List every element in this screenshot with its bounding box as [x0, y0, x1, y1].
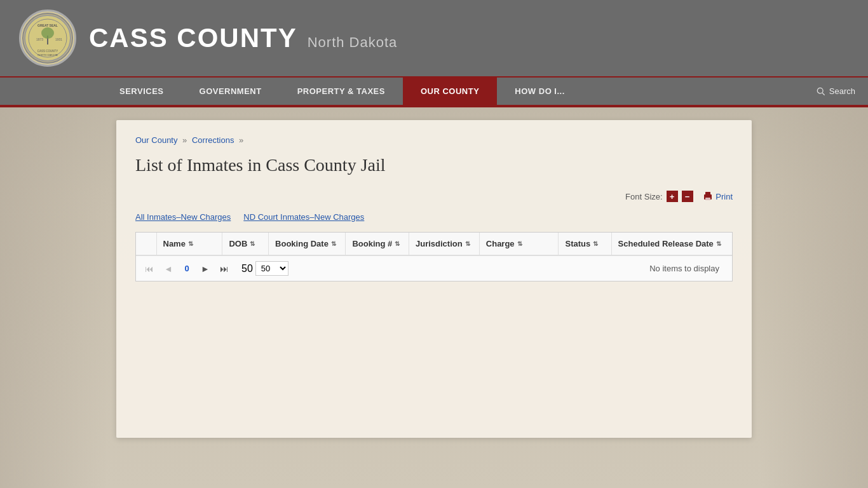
sort-dob-icon: ⇅	[250, 240, 255, 247]
font-increase-button[interactable]: +	[667, 191, 678, 202]
font-controls: Font Size: + − Print	[135, 191, 733, 202]
font-decrease-button[interactable]: −	[682, 191, 693, 202]
col-booking-date[interactable]: Booking Date ⇅	[269, 233, 346, 255]
svg-text:1931: 1931	[55, 37, 62, 41]
sort-status-icon: ⇅	[593, 240, 598, 247]
sort-jurisdiction-icon: ⇅	[465, 240, 470, 247]
col-name[interactable]: Name ⇅	[156, 233, 222, 255]
seal-svg: GREAT SEAL CASS COUNTY NORTH DAKOTA 1873…	[24, 14, 72, 62]
breadcrumb: Our County » Corrections »	[135, 135, 733, 145]
nav-search[interactable]: Search	[804, 78, 868, 105]
nav-how-do-i[interactable]: HOW DO I...	[497, 78, 582, 105]
col-status[interactable]: Status ⇅	[559, 233, 611, 255]
state-name: North Dakota	[308, 34, 398, 51]
col-jurisdiction[interactable]: Jurisdiction ⇅	[409, 233, 479, 255]
current-page: 0	[180, 264, 193, 273]
tab-all-inmates[interactable]: All Inmates–New Charges	[135, 212, 231, 222]
per-page-control: 50 25 50 100	[241, 261, 288, 276]
inmates-table: Name ⇅ DOB ⇅ Booking Dat	[136, 233, 732, 255]
svg-point-9	[817, 88, 823, 93]
nav-property-taxes[interactable]: PROPERTY & TAXES	[280, 78, 403, 105]
svg-line-10	[822, 93, 825, 95]
inmates-table-container: Name ⇅ DOB ⇅ Booking Dat	[135, 232, 733, 281]
sort-name-icon: ⇅	[188, 240, 193, 247]
breadcrumb-corrections[interactable]: Corrections	[192, 135, 234, 145]
main-nav: SERVICES GOVERNMENT PROPERTY & TAXES OUR…	[0, 76, 868, 105]
font-size-label: Font Size:	[625, 192, 663, 201]
sort-booking-num-icon: ⇅	[395, 240, 400, 247]
content-card: Our County » Corrections » List of Inmat…	[116, 120, 752, 438]
sort-charge-icon: ⇅	[517, 240, 522, 247]
svg-text:1873: 1873	[36, 37, 43, 41]
pagination-row: ⏮ ◄ 0 ► ⏭ 50 25 50 100 No items to displ…	[136, 255, 732, 281]
col-num	[136, 233, 156, 255]
svg-text:GREAT SEAL: GREAT SEAL	[37, 24, 58, 27]
breadcrumb-separator-1: »	[182, 135, 189, 145]
print-label: Print	[715, 192, 733, 201]
search-icon	[817, 87, 825, 96]
last-page-button[interactable]: ⏭	[217, 262, 231, 276]
red-accent-bar	[0, 105, 868, 107]
main-wrapper: Our County » Corrections » List of Inmat…	[0, 107, 868, 463]
table-header-row: Name ⇅ DOB ⇅ Booking Dat	[136, 233, 732, 255]
prev-page-button[interactable]: ◄	[161, 262, 175, 276]
nav-services[interactable]: SERVICES	[102, 78, 182, 105]
header-title: CASS COUNTY North Dakota	[89, 23, 397, 53]
col-booking-num[interactable]: Booking # ⇅	[346, 233, 409, 255]
col-charge[interactable]: Charge ⇅	[479, 233, 559, 255]
site-header: GREAT SEAL CASS COUNTY NORTH DAKOTA 1873…	[0, 0, 868, 76]
print-button[interactable]: Print	[703, 191, 733, 201]
sort-release-icon: ⇅	[716, 240, 721, 247]
svg-rect-14	[705, 198, 710, 200]
per-page-select[interactable]: 25 50 100	[255, 261, 288, 276]
search-label: Search	[829, 86, 855, 96]
svg-rect-12	[705, 192, 710, 195]
sort-booking-date-icon: ⇅	[331, 240, 336, 247]
svg-text:NORTH DAKOTA: NORTH DAKOTA	[37, 53, 58, 57]
tab-nd-court-inmates[interactable]: ND Court Inmates–New Charges	[243, 212, 364, 222]
nav-government[interactable]: GOVERNMENT	[182, 78, 280, 105]
inmate-tabs: All Inmates–New Charges ND Court Inmates…	[135, 212, 733, 222]
print-icon	[703, 191, 713, 201]
per-page-value: 50	[241, 263, 253, 274]
next-page-button[interactable]: ►	[198, 262, 212, 276]
breadcrumb-separator-2: »	[239, 135, 243, 145]
first-page-button[interactable]: ⏮	[142, 262, 156, 276]
no-items-message: No items to display	[643, 264, 726, 273]
page-title: List of Inmates in Cass County Jail	[135, 155, 733, 175]
county-name: CASS COUNTY	[89, 23, 297, 53]
svg-text:CASS COUNTY: CASS COUNTY	[37, 50, 58, 53]
col-dob[interactable]: DOB ⇅	[222, 233, 269, 255]
col-release-date[interactable]: Scheduled Release Date ⇅	[611, 233, 732, 255]
county-seal: GREAT SEAL CASS COUNTY NORTH DAKOTA 1873…	[19, 10, 76, 67]
breadcrumb-our-county[interactable]: Our County	[135, 135, 177, 145]
nav-our-county[interactable]: OUR COUNTY	[403, 78, 497, 105]
